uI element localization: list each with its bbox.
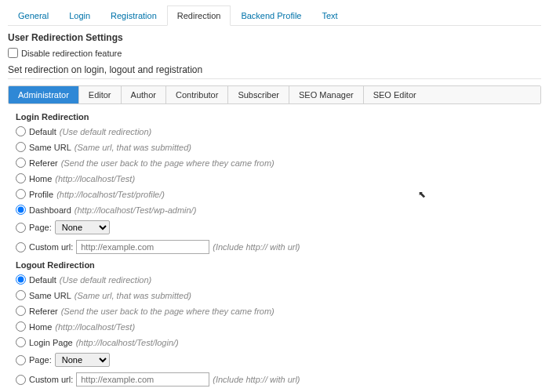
- login-label: Dashboard: [29, 205, 71, 215]
- login-custom-label: Custom url:: [29, 242, 73, 252]
- login-page-radio[interactable]: [16, 223, 26, 233]
- role-tab-contributor[interactable]: Contributor: [166, 86, 228, 103]
- nav-tab-text[interactable]: Text: [311, 5, 347, 26]
- login-radio-profile[interactable]: [16, 189, 26, 199]
- role-tab-author[interactable]: Author: [122, 86, 166, 103]
- logout-radio-login-page[interactable]: [16, 337, 26, 347]
- role-tab-seo-manager[interactable]: SEO Manager: [289, 86, 364, 103]
- login-label: Same URL: [29, 143, 71, 152]
- login-option-default: Default (Use default redirection): [16, 126, 541, 136]
- role-tab-administrator[interactable]: Administrator: [9, 86, 79, 103]
- logout-custom-row: Custom url: (Include http:// with url): [16, 372, 541, 387]
- login-label: Home: [29, 174, 52, 183]
- logout-option-home: Home (http://localhost/Test): [16, 321, 541, 332]
- login-hint: (http://localhost/Test): [55, 174, 135, 183]
- nav-tab-registration[interactable]: Registration: [100, 5, 167, 26]
- nav-tab-backend-profile[interactable]: Backend Profile: [231, 5, 311, 26]
- login-custom-radio[interactable]: [16, 242, 26, 252]
- login-radio-referer[interactable]: [16, 158, 26, 168]
- section-title: User Redirection Settings: [8, 32, 541, 43]
- logout-radio-default[interactable]: [16, 274, 26, 285]
- nav-tab-redirection[interactable]: Redirection: [167, 5, 231, 26]
- top-nav-tabs: GeneralLoginRegistrationRedirectionBacke…: [8, 5, 541, 26]
- login-label: Referer: [29, 158, 58, 168]
- login-option-referer: Referer (Send the user back to the page …: [16, 158, 541, 168]
- login-hint: (Same url, that was submitted): [75, 143, 191, 152]
- role-tab-subscriber[interactable]: Subscriber: [228, 86, 289, 103]
- login-group-title: Login Redirection: [16, 112, 541, 122]
- disable-label: Disable redirection feature: [21, 49, 122, 58]
- logout-radio-referer[interactable]: [16, 306, 26, 316]
- login-hint: (http://localhost/Test/profile/): [56, 190, 165, 199]
- logout-custom-radio[interactable]: [16, 375, 26, 385]
- logout-label: Home: [29, 322, 52, 332]
- logout-radio-home[interactable]: [16, 321, 26, 332]
- logout-option-login-page: Login Page (http://localhost/Test/login/…: [16, 337, 541, 347]
- login-hint: (Send the user back to the page where th…: [61, 158, 274, 168]
- login-page-label: Page:: [29, 223, 52, 232]
- login-option-same-url: Same URL (Same url, that was submitted): [16, 142, 541, 152]
- logout-option-same-url: Same URL (Same url, that was submitted): [16, 290, 541, 300]
- login-option-dashboard: Dashboard (http://localhost/Test/wp-admi…: [16, 205, 541, 215]
- logout-page-label: Page:: [29, 355, 52, 365]
- logout-hint: (http://localhost/Test): [55, 322, 135, 332]
- login-custom-row: Custom url: (Include http:// with url): [16, 240, 541, 254]
- nav-tab-general[interactable]: General: [8, 5, 59, 26]
- login-page-select[interactable]: None: [55, 220, 110, 234]
- logout-custom-hint: (Include http:// with url): [213, 375, 300, 384]
- nav-tab-login[interactable]: Login: [59, 5, 100, 26]
- logout-page-radio[interactable]: [16, 355, 26, 365]
- logout-label: Referer: [29, 307, 58, 316]
- role-tab-seo-editor[interactable]: SEO Editor: [364, 86, 540, 103]
- login-custom-url-input[interactable]: [76, 240, 209, 254]
- logout-radio-same-url[interactable]: [16, 290, 26, 300]
- login-radio-same-url[interactable]: [16, 142, 26, 152]
- disable-row: Disable redirection feature: [8, 48, 541, 58]
- login-option-profile: Profile (http://localhost/Test/profile/): [16, 189, 541, 199]
- login-option-home: Home (http://localhost/Test): [16, 173, 541, 183]
- login-custom-hint: (Include http:// with url): [213, 242, 300, 252]
- login-label: Default: [29, 127, 56, 136]
- logout-hint: (Same url, that was submitted): [75, 291, 191, 300]
- logout-group-title: Logout Redirection: [16, 260, 541, 270]
- login-hint: (Use default redirection): [60, 127, 151, 136]
- role-tabs: AdministratorEditorAuthorContributorSubs…: [8, 85, 541, 104]
- logout-custom-url-input[interactable]: [76, 372, 209, 387]
- logout-custom-label: Custom url:: [29, 375, 73, 384]
- login-page-row: Page: None: [16, 220, 541, 234]
- login-label: Profile: [29, 190, 53, 199]
- logout-hint: (Send the user back to the page where th…: [61, 307, 274, 316]
- login-hint: (http://localhost/Test/wp-admin/): [75, 205, 197, 215]
- login-radio-home[interactable]: [16, 173, 26, 183]
- logout-label: Login Page: [29, 338, 73, 347]
- role-tab-editor[interactable]: Editor: [79, 86, 122, 103]
- logout-page-select[interactable]: None: [55, 353, 110, 367]
- logout-hint: (http://localhost/Test/login/): [76, 338, 179, 347]
- sub-title: Set redirection on login, logout and reg…: [8, 64, 541, 79]
- logout-option-referer: Referer (Send the user back to the page …: [16, 306, 541, 316]
- login-radio-dashboard[interactable]: [16, 205, 26, 215]
- logout-label: Default: [29, 275, 56, 285]
- logout-label: Same URL: [29, 291, 71, 300]
- disable-checkbox[interactable]: [8, 48, 18, 58]
- logout-option-default: Default (Use default redirection): [16, 274, 541, 285]
- login-radio-default[interactable]: [16, 126, 26, 136]
- logout-hint: (Use default redirection): [60, 275, 151, 285]
- logout-page-row: Page: None: [16, 353, 541, 367]
